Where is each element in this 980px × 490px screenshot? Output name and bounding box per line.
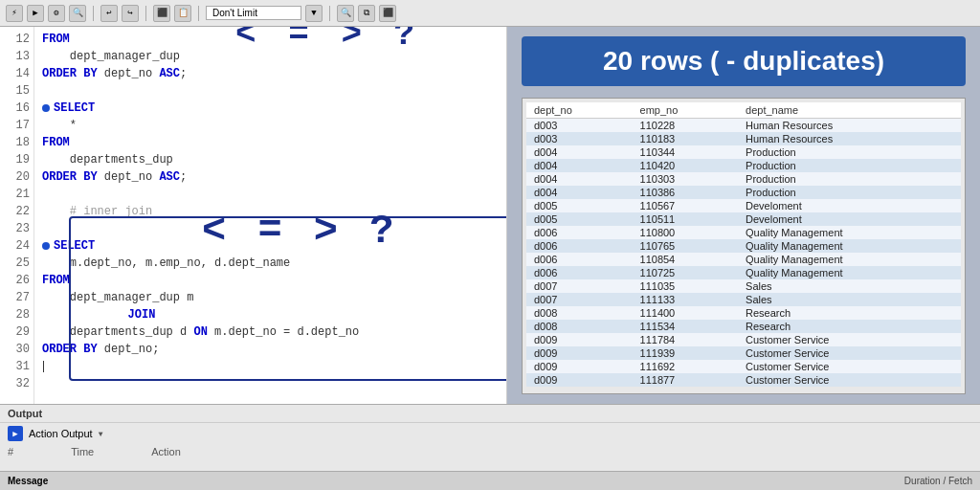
toolbar-btn-8[interactable]: 📋 bbox=[174, 5, 191, 22]
table-cell-13-1: 111133 bbox=[633, 293, 739, 306]
table-row: d009111692Customer Service bbox=[526, 360, 961, 373]
code-line-16: SELECT bbox=[42, 100, 506, 117]
code-line-17: * bbox=[42, 117, 506, 134]
toolbar-btn-3[interactable]: ⚙ bbox=[48, 5, 65, 22]
toolbar-btn-5[interactable]: ↩ bbox=[100, 5, 118, 22]
table-cell-10-0: d006 bbox=[526, 253, 633, 266]
code-line-25: m.dept_no, m.emp_no, d.dept_name bbox=[42, 255, 506, 272]
table-cell-8-0: d006 bbox=[526, 226, 633, 239]
toolbar: ⚡ ▶ ⚙ 🔍 ↩ ↪ ⬛ 📋 Don't Limit ▼ 🔍 ⧉ ⬛ bbox=[0, 0, 980, 27]
table-cell-5-1: 110386 bbox=[633, 186, 739, 199]
table-cell-12-2: Sales bbox=[738, 279, 961, 293]
code-line-24: SELECT bbox=[42, 237, 506, 255]
table-cell-2-2: Production bbox=[738, 145, 961, 159]
table-row: d007111133Sales bbox=[526, 293, 961, 306]
join-symbols: < = > ? bbox=[235, 27, 420, 44]
col-header-dept-name: dept_name bbox=[738, 102, 961, 119]
action-output-label: Action Output bbox=[29, 428, 93, 439]
code-line-15 bbox=[42, 82, 506, 100]
table-cell-6-2: Develoment bbox=[738, 199, 961, 212]
toolbar-btn-2[interactable]: ▶ bbox=[27, 5, 44, 22]
table-cell-7-1: 110511 bbox=[633, 212, 739, 226]
code-line-18: FROM bbox=[42, 134, 506, 151]
table-row: d005110511Develoment bbox=[526, 212, 961, 226]
toolbar-btn-1[interactable]: ⚡ bbox=[6, 5, 23, 22]
table-row: d009111939Customer Service bbox=[526, 346, 961, 360]
table-cell-19-1: 111877 bbox=[633, 373, 739, 387]
dropdown-arrow[interactable]: ▼ bbox=[99, 430, 103, 438]
table-cell-7-2: Develoment bbox=[738, 212, 961, 226]
table-cell-5-2: Production bbox=[738, 186, 961, 199]
table-cell-1-1: 110183 bbox=[633, 132, 739, 145]
toolbar-btn-12[interactable]: ⬛ bbox=[379, 5, 396, 22]
line-numbers: 12 13 14 15 16 17 18 19 20 21 22 23 24 2… bbox=[0, 27, 34, 404]
table-cell-3-1: 110420 bbox=[633, 159, 739, 172]
table-row: d004110420Production bbox=[526, 159, 961, 172]
toolbar-btn-9[interactable]: ▼ bbox=[305, 5, 323, 22]
table-row: d009111877Customer Service bbox=[526, 373, 961, 387]
table-row: d004110303Production bbox=[526, 172, 961, 186]
col-hash: # bbox=[8, 446, 13, 457]
table-row: d009111784Customer Service bbox=[526, 333, 961, 346]
code-line-29: departments_dup d ON m.dept_no = d.dept_… bbox=[42, 323, 506, 341]
table-row: d004110386Production bbox=[526, 186, 961, 199]
rows-banner: 20 rows ( - duplicates) bbox=[522, 36, 966, 86]
table-row: d006110800Quality Management bbox=[526, 226, 961, 239]
toolbar-btn-7[interactable]: ⬛ bbox=[153, 5, 170, 22]
table-cell-2-0: d004 bbox=[526, 145, 633, 159]
table-cell-18-2: Customer Service bbox=[738, 360, 961, 373]
output-table-header: # Time Action bbox=[0, 444, 980, 459]
code-line-21 bbox=[42, 186, 506, 203]
table-cell-18-1: 111692 bbox=[633, 360, 739, 373]
separator-3 bbox=[198, 6, 199, 21]
table-cell-6-0: d005 bbox=[526, 199, 633, 212]
results-table-container: dept_no emp_no dept_name d003110228Human… bbox=[522, 98, 966, 394]
table-row: d006110765Quality Management bbox=[526, 239, 961, 253]
table-cell-17-1: 111939 bbox=[633, 346, 739, 360]
table-cell-17-0: d009 bbox=[526, 346, 633, 360]
table-cell-14-2: Research bbox=[738, 306, 961, 320]
table-cell-15-0: d008 bbox=[526, 320, 633, 333]
table-cell-7-0: d005 bbox=[526, 212, 633, 226]
table-cell-9-1: 110765 bbox=[633, 239, 739, 253]
table-cell-9-2: Quality Management bbox=[738, 239, 961, 253]
status-bar: Message Duration / Fetch bbox=[0, 471, 980, 490]
toolbar-btn-11[interactable]: ⧉ bbox=[358, 5, 375, 22]
toolbar-btn-10[interactable]: 🔍 bbox=[337, 5, 354, 22]
table-row: d003110228Human Resources bbox=[526, 119, 961, 133]
table-cell-19-0: d009 bbox=[526, 373, 633, 387]
separator-4 bbox=[329, 6, 330, 21]
table-cell-0-2: Human Resources bbox=[738, 119, 961, 133]
dont-limit-dropdown[interactable]: Don't Limit bbox=[206, 6, 301, 20]
bottom-area: Output ▶ Action Output ▼ # Time Action bbox=[0, 404, 980, 471]
toolbar-btn-6[interactable]: ↪ bbox=[122, 5, 139, 22]
table-cell-8-2: Quality Management bbox=[738, 226, 961, 239]
col-time: Time bbox=[71, 446, 94, 457]
table-cell-11-1: 110725 bbox=[633, 266, 739, 279]
table-row: d003110183Human Resources bbox=[526, 132, 961, 145]
table-cell-3-2: Production bbox=[738, 159, 961, 172]
action-icon: ▶ bbox=[8, 426, 23, 441]
main-area: 12 13 14 15 16 17 18 19 20 21 22 23 24 2… bbox=[0, 27, 980, 404]
table-row: d006110725Quality Management bbox=[526, 266, 961, 279]
table-cell-16-0: d009 bbox=[526, 333, 633, 346]
table-cell-14-0: d008 bbox=[526, 306, 633, 320]
right-panel: 20 rows ( - duplicates) dept_no emp_no d… bbox=[507, 27, 980, 404]
code-lines: FROM dept_manager_dup ORDER BY dept_no A… bbox=[34, 27, 506, 404]
table-body: d003110228Human Resourcesd003110183Human… bbox=[526, 119, 961, 388]
table-cell-3-0: d004 bbox=[526, 159, 633, 172]
code-editor[interactable]: 12 13 14 15 16 17 18 19 20 21 22 23 24 2… bbox=[0, 27, 507, 404]
table-cell-12-1: 111035 bbox=[633, 279, 739, 293]
table-cell-1-0: d003 bbox=[526, 132, 633, 145]
table-cell-15-1: 111534 bbox=[633, 320, 739, 333]
table-cell-4-1: 110303 bbox=[633, 172, 739, 186]
col-header-emp-no: emp_no bbox=[633, 102, 739, 119]
col-header-dept-no: dept_no bbox=[526, 102, 633, 119]
table-cell-5-0: d004 bbox=[526, 186, 633, 199]
code-line-23 bbox=[42, 220, 506, 237]
table-cell-13-2: Sales bbox=[738, 293, 961, 306]
status-message: Message bbox=[8, 476, 895, 486]
table-cell-16-2: Customer Service bbox=[738, 333, 961, 346]
toolbar-btn-4[interactable]: 🔍 bbox=[69, 5, 86, 22]
table-cell-16-1: 111784 bbox=[633, 333, 739, 346]
